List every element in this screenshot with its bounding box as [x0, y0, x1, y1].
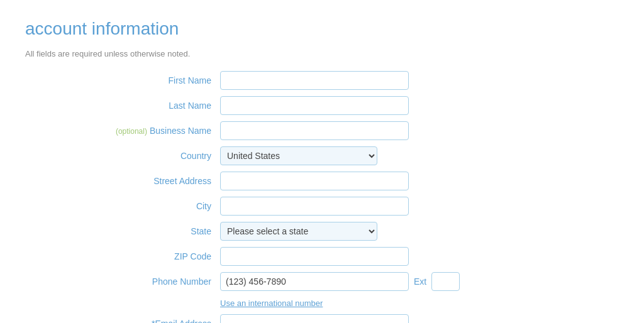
- first-name-label: First Name: [25, 75, 220, 85]
- optional-tag: (optional): [116, 127, 147, 136]
- phone-number-row: Phone Number Ext: [25, 272, 619, 291]
- country-row: Country United States Canada United King…: [25, 146, 619, 165]
- email-address-label: *Email Address: [25, 319, 220, 323]
- city-label: City: [25, 201, 220, 211]
- email-address-input[interactable]: [220, 314, 409, 323]
- city-row: City: [25, 197, 619, 216]
- international-number-link[interactable]: Use an international number: [220, 298, 619, 308]
- state-row: State Please select a state Alabama Alas…: [25, 222, 619, 241]
- phone-number-label: Phone Number: [25, 276, 220, 287]
- email-address-row: *Email Address: [25, 314, 619, 323]
- street-address-row: Street Address: [25, 172, 619, 190]
- last-name-input[interactable]: [220, 96, 409, 115]
- phone-inputs: Ext: [220, 272, 460, 291]
- state-label: State: [25, 226, 220, 236]
- street-address-input[interactable]: [220, 172, 409, 190]
- zip-code-label: ZIP Code: [25, 251, 220, 261]
- last-name-label: Last Name: [25, 101, 220, 111]
- first-name-input[interactable]: [220, 71, 409, 90]
- ext-label: Ext: [414, 276, 426, 287]
- zip-code-input[interactable]: [220, 247, 409, 266]
- country-select[interactable]: United States Canada United Kingdom Aust…: [220, 146, 377, 165]
- street-address-label: Street Address: [25, 176, 220, 186]
- country-label: Country: [25, 151, 220, 161]
- zip-code-row: ZIP Code: [25, 247, 619, 266]
- city-input[interactable]: [220, 197, 409, 216]
- state-select[interactable]: Please select a state Alabama Alaska Ari…: [220, 222, 377, 241]
- account-form: First Name Last Name (optional)Business …: [25, 71, 619, 323]
- ext-input[interactable]: [431, 272, 460, 291]
- business-name-row: (optional)Business Name: [25, 121, 619, 140]
- phone-number-input[interactable]: [220, 272, 409, 291]
- business-name-label: (optional)Business Name: [25, 126, 220, 136]
- last-name-row: Last Name: [25, 96, 619, 115]
- form-subtitle: All fields are required unless otherwise…: [25, 49, 619, 58]
- business-name-input[interactable]: [220, 121, 409, 140]
- first-name-row: First Name: [25, 71, 619, 90]
- page-title: account information: [25, 19, 619, 39]
